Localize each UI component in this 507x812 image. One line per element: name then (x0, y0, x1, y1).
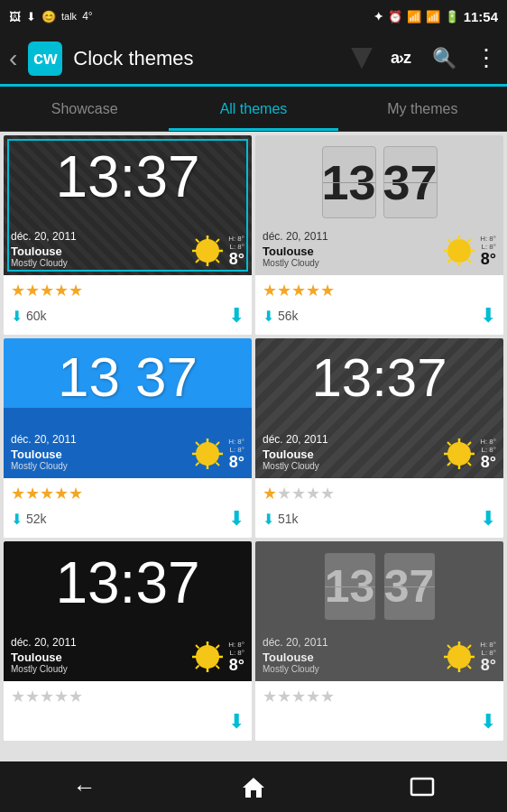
download-status-icon: ⬇ (26, 10, 36, 23)
card-info-2: ★ ★ ★ ★ ★ ⬇ 56k ⬇ (255, 275, 503, 335)
downloads-2: ⬇ 56k (263, 308, 299, 325)
clock-info-6: déc. 20, 2011 Toulouse Mostly Cloudy (263, 636, 496, 674)
card-bottom-2: ⬇ 56k ⬇ (263, 304, 496, 328)
recent-icon (410, 777, 435, 797)
flip-hour-2: 13 (322, 146, 376, 218)
tab-all-themes[interactable]: All themes (169, 87, 337, 131)
svg-line-46 (196, 645, 199, 649)
svg-line-26 (196, 442, 199, 446)
clock-date-6: déc. 20, 2011 (263, 636, 328, 649)
download-arrow-icon-1: ⬇ (11, 308, 23, 325)
clock-city-6: Toulouse (263, 651, 328, 664)
card-bottom-3: ⬇ 52k ⬇ (11, 507, 244, 531)
card-bottom-4: ⬇ 51k ⬇ (263, 507, 496, 531)
image-icon: 🖼 (9, 10, 21, 23)
svg-line-37 (468, 463, 472, 466)
download-button-2[interactable]: ⬇ (480, 304, 496, 328)
bluetooth-icon: ✦ (373, 10, 383, 23)
clock-weather-4: H: 8° L: 8° 8° (442, 437, 496, 471)
nav-back-button[interactable]: ← (58, 769, 112, 805)
status-time: 11:54 (464, 9, 498, 24)
clock-date-2: déc. 20, 2011 (263, 230, 328, 243)
clock-preview-4[interactable]: 13:37 déc. 20, 2011 Toulouse Mostly Clou… (255, 338, 503, 478)
clock-weather-5: H: 8° L: 8° 8° (190, 640, 244, 674)
card-info-4: ★ ★ ★ ★ ★ ⬇ 51k ⬇ (255, 478, 503, 538)
stars-1: ★ ★ ★ ★ ★ (11, 281, 244, 300)
flip-segments-6: 13 37 (255, 552, 503, 621)
theme-card-1: 13:37 déc. 20, 2011 Toulouse Mostly Clou… (4, 135, 252, 335)
clock-date-1: déc. 20, 2011 (11, 230, 77, 243)
svg-point-51 (450, 648, 468, 666)
card-info-6: ★ ★ ★ ★ ★ ⬇ (255, 681, 503, 741)
svg-line-8 (196, 260, 199, 263)
temp-block-5: H: 8° L: 8° 8° (228, 641, 244, 673)
stars-2: ★ ★ ★ ★ ★ (263, 281, 496, 300)
svg-rect-60 (411, 779, 433, 795)
back-button[interactable]: ‹ (9, 44, 17, 73)
clock-condition-6: Mostly Cloudy (263, 664, 328, 674)
nav-home-button[interactable] (226, 769, 281, 805)
talk-icon: talk (61, 11, 77, 22)
signal-icon: 📶 (426, 10, 440, 23)
tab-my-themes[interactable]: My themes (338, 87, 507, 131)
sun-icon-5 (190, 640, 225, 674)
clock-date-5: déc. 20, 2011 (11, 636, 77, 649)
download-button-4[interactable]: ⬇ (480, 507, 496, 531)
more-button[interactable]: ⋮ (475, 44, 498, 72)
stars-4: ★ ★ ★ ★ ★ (263, 484, 496, 503)
tab-showcase[interactable]: Showcase (0, 87, 169, 131)
temp-block-4: H: 8° L: 8° 8° (480, 438, 496, 470)
svg-line-17 (468, 260, 472, 263)
svg-point-41 (198, 648, 217, 666)
temp-block-1: H: 8° L: 8° 8° (228, 235, 244, 267)
page-title: Clock themes (73, 47, 340, 70)
download-button-5[interactable]: ⬇ (228, 710, 244, 734)
clock-condition-3: Mostly Cloudy (11, 461, 77, 471)
svg-line-57 (468, 666, 472, 669)
download-arrow-icon-2: ⬇ (263, 308, 274, 325)
status-icons-right: ✦ ⏰ 📶 📶 🔋 11:54 (373, 9, 498, 24)
clock-preview-5[interactable]: 13:37 déc. 20, 2011 Toulouse Mostly Clou… (4, 541, 252, 681)
download-button-3[interactable]: ⬇ (228, 507, 244, 531)
stars-6: ★ ★ ★ ★ ★ (263, 687, 496, 706)
clock-preview-2[interactable]: 13 37 déc. 20, 2011 Toulouse Mostly Clou… (255, 135, 503, 275)
nav-bar: ← (0, 761, 507, 812)
theme-card-2: 13 37 déc. 20, 2011 Toulouse Mostly Clou… (255, 135, 503, 335)
clock-weather-6: H: 8° L: 8° 8° (442, 640, 496, 674)
clock-preview-3[interactable]: 13 37 déc. 20, 2011 Toulouse Mostly Clou… (4, 338, 252, 478)
svg-point-21 (198, 445, 217, 463)
clock-city-5: Toulouse (11, 651, 77, 664)
stars-3: ★ ★ ★ ★ ★ (11, 484, 244, 503)
clock-city-2: Toulouse (263, 245, 328, 258)
sort-button[interactable]: a›z (391, 49, 410, 68)
clock-info-3: déc. 20, 2011 Toulouse Mostly Cloudy (11, 433, 244, 471)
svg-line-48 (196, 666, 199, 669)
clock-time-5: 13:37 (4, 554, 252, 612)
flip-segments-2: 13 37 (255, 146, 503, 218)
search-button[interactable]: 🔍 (432, 47, 456, 70)
theme-card-3: 13 37 déc. 20, 2011 Toulouse Mostly Clou… (4, 338, 252, 538)
download-button-1[interactable]: ⬇ (228, 304, 244, 328)
svg-point-1 (198, 242, 217, 260)
clock-city-1: Toulouse (11, 245, 77, 258)
svg-point-11 (450, 242, 468, 260)
temp-block-6: H: 8° L: 8° 8° (480, 641, 496, 673)
clock-city-4: Toulouse (263, 448, 328, 461)
svg-line-7 (217, 260, 220, 263)
clock-date-3: déc. 20, 2011 (11, 433, 77, 446)
clock-info-2: déc. 20, 2011 Toulouse Mostly Cloudy (263, 230, 496, 268)
svg-line-6 (196, 239, 199, 243)
download-button-6[interactable]: ⬇ (480, 710, 496, 734)
app-bar: ‹ cw Clock themes a›z 🔍 ⋮ (0, 32, 507, 87)
clock-weather-2: H: 8° L: 8° 8° (442, 234, 496, 268)
alarm-icon: ⏰ (388, 10, 402, 23)
flip-min-6: 37 (383, 552, 436, 621)
svg-line-47 (217, 666, 220, 669)
nav-recent-button[interactable] (395, 769, 449, 805)
downloads-3: ⬇ 52k (11, 511, 47, 528)
clock-preview-1[interactable]: 13:37 déc. 20, 2011 Toulouse Mostly Clou… (4, 135, 252, 275)
clock-preview-6[interactable]: 13 37 déc. 20, 2011 Toulouse Mostly Clou… (255, 541, 503, 681)
svg-line-36 (447, 442, 451, 446)
clock-time-4: 13:37 (255, 351, 503, 405)
sun-icon-6 (442, 640, 476, 674)
